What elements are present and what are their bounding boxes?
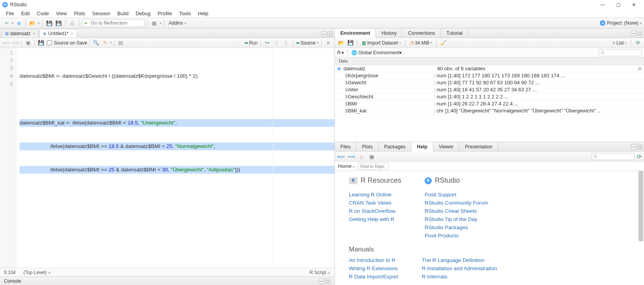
language-selector[interactable]: R Script ≎ [310,270,331,275]
tab-untitled1[interactable]: ◉ Untitled1* × [39,29,76,37]
grid-button[interactable]: ▦ [150,19,158,27]
save-workspace-button[interactable]: 💾 [347,39,354,47]
goto-file-input[interactable] [82,19,144,27]
source-on-save-checkbox[interactable] [47,40,52,45]
open-file-button[interactable]: 📂 [28,19,36,27]
env-maximize-button[interactable]: ▢ [637,30,642,36]
help-link[interactable]: R Internals [422,274,497,280]
new-file-button[interactable]: ＋ [2,19,10,27]
help-forward-button[interactable]: ⟹ [347,153,355,160]
rerun successive-button[interactable]: ↪ [263,39,271,47]
tab-presentation[interactable]: Presentation [459,142,498,151]
menu-file[interactable]: File [2,11,18,16]
env-scope-dropdown[interactable]: 🌐 Global Environment▾ [351,50,402,55]
source-button[interactable]: ➡Source▾ [296,40,318,46]
tab-packages[interactable]: Packages [379,142,411,151]
addins-dropdown[interactable]: Addins▾ [167,19,190,27]
menu-plots[interactable]: Plots [70,11,89,16]
nav-fwd-button[interactable]: ⟹ [11,39,19,47]
pane-maximize-button[interactable]: ▢ [327,31,333,37]
help-search-input[interactable] [592,153,635,160]
help-popup-button[interactable]: ▣ [368,153,375,160]
scope-selector[interactable]: (Top Level) ≎ [23,270,51,275]
help-link[interactable]: RStudio Cheat Sheets [425,208,488,214]
memory-usage[interactable]: ◔ 34 MiB▾ [408,40,434,46]
refresh-env-button[interactable]: ⟳ [634,39,642,47]
tab-tutorial[interactable]: Tutorial [441,28,468,38]
env-var-row[interactable]: $ BMI: num [1:40] 26 22.7 28.4 27.4 22.4… [335,100,644,107]
help-link[interactable]: Posit Support [425,192,488,198]
menu-build[interactable]: Build [114,11,132,16]
import-dataset-dropdown[interactable]: ▦ Import Dataset▾ [360,40,402,46]
go-up-button[interactable]: ⇧ [273,39,281,47]
env-search-input[interactable] [599,49,642,56]
help-link[interactable]: R Data Import/Export [349,274,398,280]
help-link[interactable]: Writing R Extensions [349,265,398,271]
help-back-button[interactable]: ⟸ [337,153,345,160]
r-version-dropdown[interactable]: R▾ [337,50,344,55]
clear-workspace-button[interactable]: 🧹 [439,39,447,47]
wand-button[interactable]: ✎ [101,39,109,47]
menu-help[interactable]: Help [194,11,212,16]
save-file-button[interactable]: 💾 [37,39,45,47]
env-var-row[interactable]: $ Gewicht: num [1:40] 77 71 92 80 67 63 … [335,79,644,86]
print-button[interactable]: 🖨 [68,19,76,27]
find-button[interactable]: 🔍 [92,39,100,47]
help-link[interactable]: Posit Products [425,233,488,239]
console-minimize-button[interactable]: — [319,278,324,284]
help-link[interactable]: R Installation and Administration [422,265,497,271]
help-refresh-button[interactable]: ⟳ [637,153,642,160]
menu-tools[interactable]: Tools [176,11,194,16]
console-pane-header[interactable]: Console — ▢ [0,276,334,285]
tab-viewer[interactable]: Viewer [433,142,459,151]
list-view-dropdown[interactable]: ≡ List▾ [611,40,628,46]
code-editor[interactable]: 1 2 3 4 5 datensatz$BMI <- datensatz$Gew… [0,48,334,268]
menu-code[interactable]: Code [33,11,52,16]
help-link[interactable]: CRAN Task Views [349,200,401,206]
help-link[interactable]: R on StackOverflow [349,208,401,214]
menu-edit[interactable]: Edit [18,11,33,16]
nav-back-button[interactable]: ⟸ [2,39,10,47]
help-link[interactable]: An Introduction to R [349,257,398,263]
help-link[interactable]: The R Language Definition [422,257,497,263]
tab-files[interactable]: Files [335,142,356,151]
tab-help[interactable]: Help [411,142,433,151]
env-var-row[interactable]: $ BMI_kat: chr [1:40] "Übergewicht" "Nor… [335,107,644,114]
help-scrollbar[interactable] [639,171,643,285]
tab-plots[interactable]: Plots [356,142,379,151]
window-maximize-button[interactable]: ▢ [610,0,626,9]
find-in-topic-input[interactable] [358,163,389,170]
view-table-icon[interactable]: ▦ [638,66,642,71]
env-var-row[interactable]: $ Körpergrösse: num [1:40] 172 177 180 1… [335,72,644,79]
project-label[interactable]: Project: (None) [607,20,639,26]
env-object-row[interactable]: ◉ datensatz 40 obs. of 6 variables ▦ [335,65,644,72]
help-link[interactable]: Learning R Online [349,192,401,198]
save-button[interactable]: 💾 [45,19,53,27]
help-home-button[interactable]: ⌂ [358,153,365,160]
compile-report-button[interactable]: ▤ [117,39,125,47]
env-var-row[interactable]: $ Geschlecht: num [1:40] 1 2 2 1 1 1 2 2… [335,93,644,100]
collapse-icon[interactable]: ◉ [337,66,343,71]
close-tab-icon[interactable]: × [71,31,73,36]
go-down-button[interactable]: ⇩ [282,39,290,47]
menu-session[interactable]: Session [89,11,114,16]
tab-datensatz[interactable]: ▦ datensatz × [2,29,39,37]
tab-connections[interactable]: Connections [402,28,441,38]
pane-minimize-button[interactable]: — [321,31,327,37]
env-var-row[interactable]: $ Alter: num [1:40] 18 41 57 20 42 35 27… [335,86,644,93]
help-link[interactable]: RStudio Community Forum [425,200,488,206]
help-link[interactable]: RStudio Packages [425,224,488,230]
help-link[interactable]: Getting Help with R [349,216,401,222]
menu-view[interactable]: View [52,11,70,16]
code-body[interactable]: datensatz$BMI <- datensatz$Gewicht / ((d… [16,48,334,268]
window-close-button[interactable]: ✕ [626,0,642,9]
save-all-button[interactable]: 💾 [55,19,62,27]
help-home-dropdown[interactable]: Home ▾ [338,163,354,169]
env-minimize-button[interactable]: — [631,30,636,36]
tab-history[interactable]: History [376,28,402,38]
show-in-new-window-button[interactable]: ▣ [24,39,32,47]
help-link[interactable]: RStudio Tip of the Day [425,216,488,222]
new-project-button[interactable]: ⊕ [15,19,23,27]
help-minimize-button[interactable]: — [631,144,636,150]
close-tab-icon[interactable]: × [33,31,35,36]
